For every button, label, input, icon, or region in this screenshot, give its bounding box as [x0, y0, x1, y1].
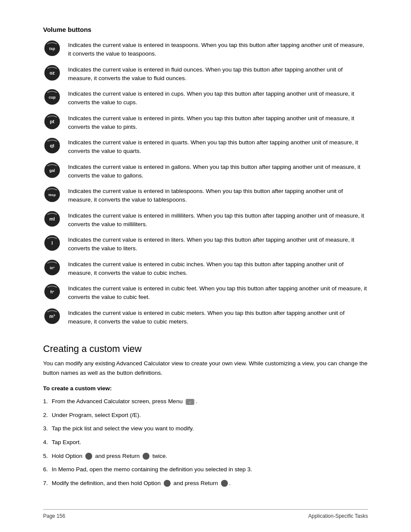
step-text-6: In Memo Pad, open the memo containing th…: [52, 465, 368, 474]
button-description-5: Indicates the current value is entered i…: [68, 161, 368, 180]
step-number: 5.: [43, 451, 52, 461]
steps-title: To create a custom view:: [43, 385, 368, 392]
step-number: 1.: [43, 397, 52, 406]
volume-button-icon-tsp: tsp: [43, 39, 61, 57]
step-text-3: Tap the pick list and select the view yo…: [52, 424, 368, 433]
button-description-0: Indicates the current value is entered i…: [68, 39, 368, 59]
step-item-6: 6. In Memo Pad, open the memo containing…: [43, 465, 368, 474]
button-description-1: Indicates the current value is entered i…: [68, 64, 368, 83]
button-description-3: Indicates the current value is entered i…: [68, 112, 368, 132]
custom-view-title: Creating a custom view: [43, 343, 368, 355]
button-description-8: Indicates the current value is entered i…: [68, 234, 368, 253]
svg-text:oz: oz: [50, 70, 55, 75]
button-row: cupIndicates the current value is entere…: [43, 88, 368, 107]
button-description-2: Indicates the current value is entered i…: [68, 88, 368, 107]
button-description-4: Indicates the current value is entered i…: [68, 137, 368, 156]
step-item-4: 4. Tap Export.: [43, 438, 368, 447]
volume-buttons-section: Volume buttons tspIndicates the current …: [43, 26, 368, 326]
svg-point-27: [143, 453, 149, 460]
button-description-9: Indicates the current value is entered i…: [68, 258, 368, 278]
button-rows-container: tspIndicates the current value is entere…: [43, 39, 368, 326]
button-row: m³Indicates the current value is entered…: [43, 307, 368, 327]
page-footer: Page 156 Application-Specific Tasks: [43, 509, 368, 519]
svg-text:ml: ml: [50, 216, 55, 221]
volume-button-icon-in³: in³: [43, 258, 61, 277]
button-row: tbspIndicates the current value is enter…: [43, 185, 368, 205]
button-row: ft³Indicates the current value is entere…: [43, 283, 368, 302]
step-number: 2.: [43, 411, 52, 420]
step-text-2: Under Program, select Export (/E).: [52, 411, 368, 420]
step-text-5: Hold Option and press Return twice.: [52, 451, 368, 461]
svg-text:gal: gal: [49, 168, 55, 173]
svg-text:tbsp: tbsp: [49, 193, 56, 197]
page-number: Page 156: [43, 513, 65, 519]
button-row: ptIndicates the current value is entered…: [43, 112, 368, 132]
button-description-7: Indicates the current value is entered i…: [68, 210, 368, 229]
svg-text:cup: cup: [49, 95, 56, 100]
step-item-1: 1. From the Advanced Calculator screen, …: [43, 397, 368, 406]
button-row: galIndicates the current value is entere…: [43, 161, 368, 180]
step-number: 3.: [43, 424, 52, 433]
svg-text:m³: m³: [49, 314, 55, 319]
step-number: 4.: [43, 438, 52, 447]
svg-text:in³: in³: [50, 266, 55, 270]
step-number: 7.: [43, 479, 52, 488]
svg-text:ft³: ft³: [50, 290, 54, 294]
button-row: tspIndicates the current value is entere…: [43, 39, 368, 59]
volume-button-icon-ml: ml: [43, 210, 61, 228]
volume-button-icon-pt: pt: [43, 112, 61, 131]
svg-text:l: l: [51, 240, 53, 246]
custom-view-intro: You can modify any existing Advanced Cal…: [43, 359, 368, 377]
button-row: lIndicates the current value is entered …: [43, 234, 368, 253]
steps-list: 1. From the Advanced Calculator screen, …: [43, 397, 368, 488]
svg-point-26: [85, 453, 92, 460]
volume-button-icon-gal: gal: [43, 161, 61, 179]
volume-button-icon-cup: cup: [43, 88, 61, 106]
button-description-11: Indicates the current value is entered i…: [68, 307, 368, 327]
volume-section-title: Volume buttons: [43, 26, 368, 33]
button-row: qtIndicates the current value is entered…: [43, 137, 368, 156]
step-item-5: 5. Hold Option and press Return twice.: [43, 451, 368, 461]
step-text-1: From the Advanced Calculator screen, pre…: [52, 397, 368, 406]
button-row: ozIndicates the current value is entered…: [43, 64, 368, 83]
svg-point-29: [221, 480, 228, 487]
svg-text:pt: pt: [50, 119, 55, 124]
volume-button-icon-tbsp: tbsp: [43, 185, 61, 203]
button-row: in³Indicates the current value is entere…: [43, 258, 368, 278]
volume-button-icon-oz: oz: [43, 64, 61, 82]
step-text-7: Modify the definition, and then hold Opt…: [52, 479, 368, 488]
svg-text:✓: ✓: [188, 401, 191, 404]
step-item-7: 7. Modify the definition, and then hold …: [43, 479, 368, 488]
volume-button-icon-l: l: [43, 234, 61, 252]
svg-point-28: [164, 480, 171, 487]
section-name: Application-Specific Tasks: [308, 513, 368, 519]
button-description-10: Indicates the current value is entered i…: [68, 283, 368, 302]
button-description-6: Indicates the current value is entered i…: [68, 185, 368, 205]
svg-text:tsp: tsp: [49, 47, 55, 51]
volume-button-icon-qt: qt: [43, 137, 61, 155]
svg-text:qt: qt: [50, 143, 55, 148]
step-text-4: Tap Export.: [52, 438, 368, 447]
button-row: mlIndicates the current value is entered…: [43, 210, 368, 229]
step-number: 6.: [43, 465, 52, 474]
step-item-3: 3. Tap the pick list and select the view…: [43, 424, 368, 433]
volume-button-icon-ft³: ft³: [43, 283, 61, 301]
step-item-2: 2. Under Program, select Export (/E).: [43, 411, 368, 420]
volume-button-icon-m³: m³: [43, 307, 61, 325]
custom-view-section: Creating a custom view You can modify an…: [43, 343, 368, 488]
